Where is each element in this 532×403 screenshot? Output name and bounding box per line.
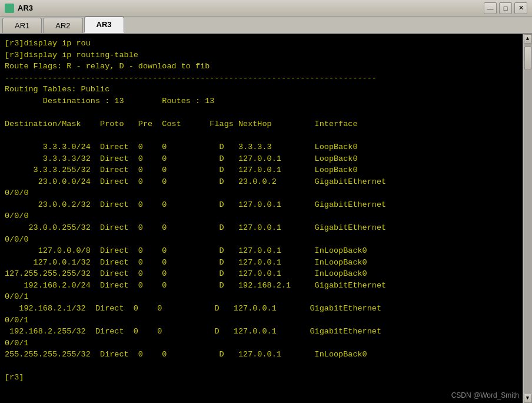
app-icon [5, 4, 14, 13]
tab-ar1[interactable]: AR1 [2, 18, 42, 33]
terminal-output[interactable]: [r3]display ip rou [r3]display ip routin… [0, 34, 523, 403]
terminal-wrapper: [r3]display ip rou [r3]display ip routin… [0, 34, 532, 403]
minimize-button[interactable]: — [484, 2, 497, 14]
scroll-down-button[interactable]: ▼ [524, 394, 532, 403]
title-bar: AR3 — □ ✕ [0, 0, 532, 16]
tab-ar2[interactable]: AR2 [43, 18, 82, 33]
tabs-bar: AR1 AR2 AR3 [0, 16, 532, 34]
close-button[interactable]: ✕ [514, 2, 527, 14]
scroll-up-button[interactable]: ▲ [524, 34, 532, 44]
tab-ar3[interactable]: AR3 [84, 16, 124, 33]
watermark: CSDN @Word_Smith [451, 391, 519, 399]
window-controls: — □ ✕ [484, 2, 527, 14]
scrollbar[interactable]: ▲ ▼ [523, 34, 532, 403]
window-title: AR3 [18, 4, 33, 12]
title-bar-left: AR3 [5, 4, 33, 13]
maximize-button[interactable]: □ [499, 2, 512, 14]
scroll-track [524, 44, 532, 393]
scroll-thumb[interactable] [524, 47, 531, 70]
